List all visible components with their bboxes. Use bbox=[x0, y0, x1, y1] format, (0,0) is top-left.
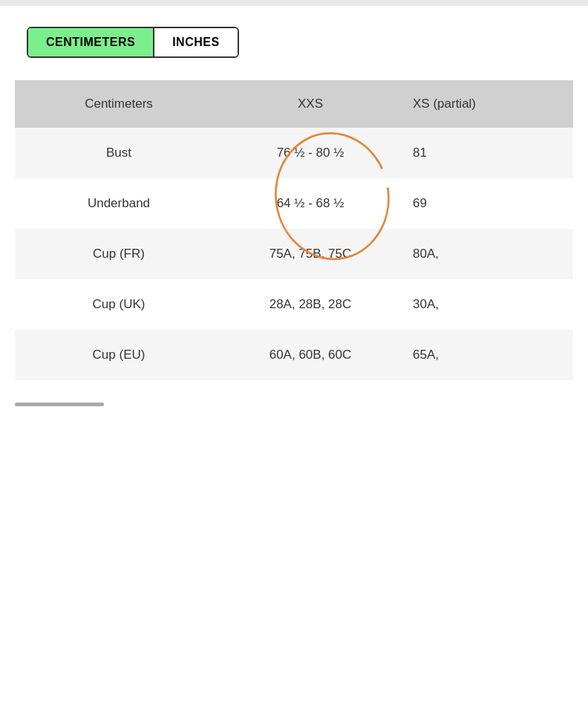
cell-measurement: Cup (UK) bbox=[15, 279, 223, 330]
cell-measurement: Underband bbox=[15, 178, 223, 229]
cell-xs: 80A, bbox=[398, 229, 573, 279]
cell-xxs: 60A, 60B, 60C bbox=[223, 330, 398, 380]
header-measurement: Centimeters bbox=[15, 80, 223, 128]
table-wrapper: Centimeters XXS XS (partial) Bust76 ½ - … bbox=[0, 73, 588, 395]
cell-measurement: Cup (EU) bbox=[15, 330, 223, 380]
cell-measurement: Bust bbox=[15, 128, 223, 178]
cell-xxs: 76 ½ - 80 ½ bbox=[223, 128, 398, 178]
cell-xxs: 64 ½ - 68 ½ bbox=[223, 178, 398, 229]
cell-xxs: 75A, 75B, 75C bbox=[223, 229, 398, 279]
scrollbar-track[interactable] bbox=[15, 403, 104, 406]
size-table: Centimeters XXS XS (partial) Bust76 ½ - … bbox=[15, 80, 573, 380]
cell-xs: 81 bbox=[398, 128, 573, 178]
unit-toggle: CENTIMETERS INCHES bbox=[27, 27, 239, 58]
cell-xs: 69 bbox=[398, 178, 573, 229]
centimeters-button[interactable]: CENTIMETERS bbox=[28, 28, 153, 56]
cell-measurement: Cup (FR) bbox=[15, 229, 223, 279]
header-xs: XS (partial) bbox=[398, 80, 573, 128]
table-row: Bust76 ½ - 80 ½81 bbox=[15, 128, 573, 178]
table-row: Cup (UK)28A, 28B, 28C30A, bbox=[15, 279, 573, 330]
header-xxs: XXS bbox=[223, 80, 398, 128]
cell-xxs: 28A, 28B, 28C bbox=[223, 279, 398, 330]
table-row: Cup (FR)75A, 75B, 75C80A, bbox=[15, 229, 573, 279]
cell-xs: 30A, bbox=[398, 279, 573, 330]
table-row: Cup (EU)60A, 60B, 60C65A, bbox=[15, 330, 573, 380]
unit-toggle-container: CENTIMETERS INCHES bbox=[0, 6, 588, 73]
inches-button[interactable]: INCHES bbox=[153, 28, 237, 56]
cell-xs: 65A, bbox=[398, 330, 573, 380]
top-bar bbox=[0, 0, 588, 6]
table-row: Underband64 ½ - 68 ½69 bbox=[15, 178, 573, 229]
table-header-row: Centimeters XXS XS (partial) bbox=[15, 80, 573, 128]
scrollbar-thumb bbox=[15, 403, 104, 406]
